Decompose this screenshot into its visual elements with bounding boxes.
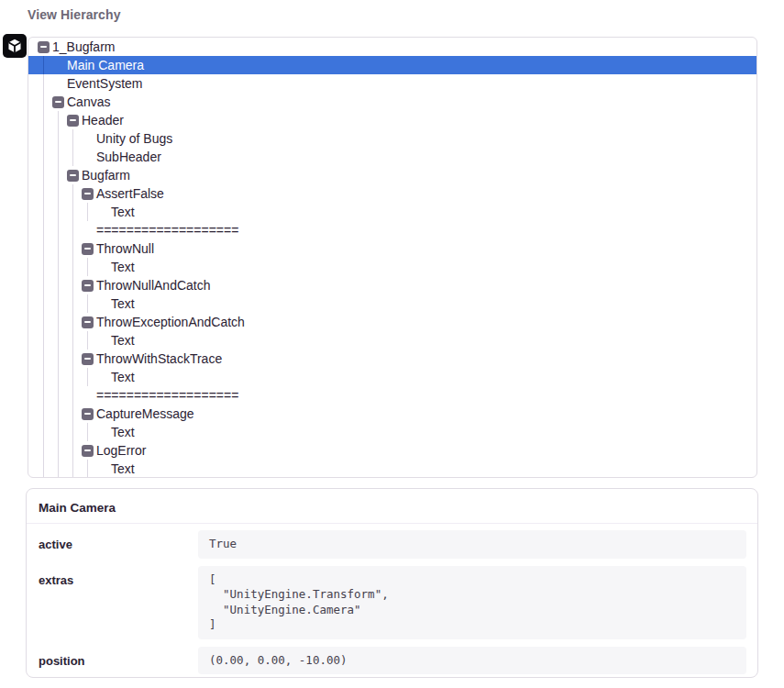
collapse-icon[interactable] xyxy=(52,96,64,108)
collapse-icon[interactable] xyxy=(82,280,94,292)
node-details-panel: Main Camera activeTrueextras[ "UnityEngi… xyxy=(26,488,758,678)
tree-row[interactable]: Text xyxy=(28,460,756,478)
tree-node-label: ThrowNull xyxy=(96,241,154,256)
tree-row[interactable]: Text xyxy=(28,368,756,386)
field-value: [ "UnityEngine.Transform", "UnityEngine.… xyxy=(198,566,746,639)
tree-rows: 1_BugfarmMain CameraEventSystemCanvasHea… xyxy=(28,38,756,478)
tree-node-label: Text xyxy=(111,370,135,384)
tree-row[interactable]: Text xyxy=(28,331,756,350)
tree-row[interactable]: Main Camera xyxy=(28,56,756,74)
field-label: active xyxy=(38,530,198,559)
tree-node-label: ThrowWithStackTrace xyxy=(96,351,222,366)
tree-node-label: AssertFalse xyxy=(96,186,164,201)
field-value: True xyxy=(198,530,746,559)
collapse-icon[interactable] xyxy=(82,445,94,457)
tree-row[interactable]: Text xyxy=(28,423,756,441)
collapse-icon[interactable] xyxy=(38,41,50,53)
tree-node-label: Text xyxy=(111,260,135,274)
field-row: extras[ "UnityEngine.Transform", "UnityE… xyxy=(38,566,746,639)
collapse-icon[interactable] xyxy=(82,316,94,328)
tree-row[interactable]: AssertFalse xyxy=(28,184,756,203)
tree-row[interactable]: Header xyxy=(28,111,756,129)
tree-row[interactable]: Text xyxy=(28,203,756,221)
tree-row[interactable]: 1_Bugfarm xyxy=(28,38,756,56)
tree-node-label: Bugfarm xyxy=(82,168,130,183)
details-fields: activeTrueextras[ "UnityEngine.Transform… xyxy=(27,524,757,678)
tree-node-label: ThrowExceptionAndCatch xyxy=(96,315,245,329)
tree-node-label: Header xyxy=(82,113,124,128)
field-label: extras xyxy=(38,566,198,639)
tree-node-label: Unity of Bugs xyxy=(96,131,172,146)
collapse-icon[interactable] xyxy=(67,170,79,182)
tree-row[interactable]: CaptureMessage xyxy=(28,405,756,423)
tree-node-label: =================== xyxy=(96,223,238,238)
field-label: position xyxy=(38,647,198,675)
tree-node-label: Text xyxy=(111,296,135,311)
tree-row[interactable]: ThrowNull xyxy=(28,239,756,258)
tree-node-label: Canvas xyxy=(67,94,110,109)
tree-row[interactable]: ThrowWithStackTrace xyxy=(28,350,756,368)
unity-platform-badge xyxy=(3,34,27,58)
selected-node-title: Main Camera xyxy=(39,501,745,515)
tree-row[interactable]: EventSystem xyxy=(28,74,756,93)
field-value: (0.00, 0.00, -10.00) xyxy=(198,647,746,675)
tree-node-label: CaptureMessage xyxy=(96,406,194,421)
tree-node-label: SubHeader xyxy=(96,150,161,164)
tree-node-label: Text xyxy=(111,333,135,348)
hierarchy-tree-panel[interactable]: 1_BugfarmMain CameraEventSystemCanvasHea… xyxy=(28,37,757,478)
field-row: position(0.00, 0.00, -10.00) xyxy=(38,647,746,675)
tree-row[interactable]: =================== xyxy=(28,386,756,405)
tree-row[interactable]: SubHeader xyxy=(28,148,756,166)
view-hierarchy-page: View Hierarchy 1_BugfarmMain CameraEvent… xyxy=(0,0,784,688)
details-header: Main Camera xyxy=(27,489,757,524)
collapse-icon[interactable] xyxy=(82,408,94,420)
tree-node-label: 1_Bugfarm xyxy=(52,39,115,54)
collapse-icon[interactable] xyxy=(82,353,94,365)
tree-row[interactable]: Canvas xyxy=(28,93,756,111)
tree-node-label: ThrowNullAndCatch xyxy=(96,278,211,293)
tree-node-label: LogError xyxy=(96,443,146,458)
tree-row[interactable]: ThrowExceptionAndCatch xyxy=(28,313,756,331)
tree-row[interactable]: Text xyxy=(28,258,756,276)
tree-node-label: Text xyxy=(111,205,135,219)
tree-node-label: Main Camera xyxy=(67,58,144,72)
tree-inner: 1_BugfarmMain CameraEventSystemCanvasHea… xyxy=(28,38,756,477)
tree-row[interactable]: LogError xyxy=(28,441,756,460)
tree-row[interactable]: ThrowNullAndCatch xyxy=(28,276,756,294)
tree-node-label: =================== xyxy=(96,388,238,403)
tree-row[interactable]: =================== xyxy=(28,221,756,239)
collapse-icon[interactable] xyxy=(82,243,94,255)
collapse-icon[interactable] xyxy=(67,115,79,127)
tree-node-label: Text xyxy=(111,461,135,476)
field-row: activeTrue xyxy=(38,530,746,559)
tree-node-label: EventSystem xyxy=(67,76,142,91)
collapse-icon[interactable] xyxy=(82,188,94,200)
tree-row[interactable]: Unity of Bugs xyxy=(28,129,756,148)
tree-row[interactable]: Text xyxy=(28,294,756,313)
page-title: View Hierarchy xyxy=(28,7,121,22)
tree-row[interactable]: Bugfarm xyxy=(28,166,756,184)
unity-logo-icon xyxy=(6,38,23,54)
tree-node-label: Text xyxy=(111,425,135,439)
